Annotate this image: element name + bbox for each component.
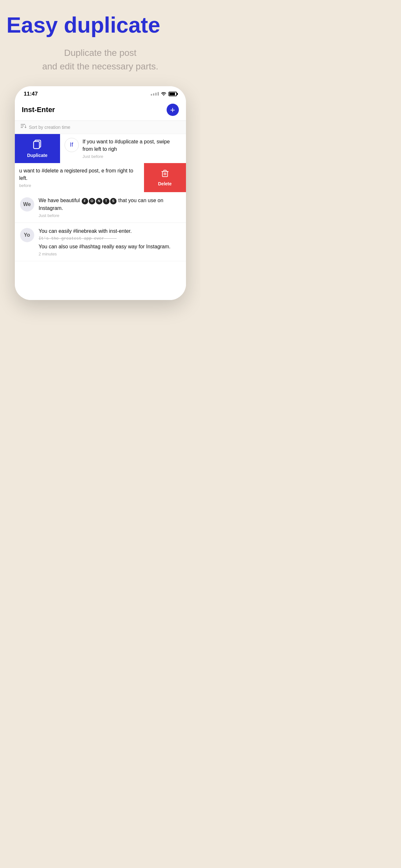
row-text: We have beautiful FONTS that you can use… xyxy=(39,197,181,218)
svg-rect-1 xyxy=(21,126,24,126)
post-text: You can easily #linebreak with inst-ente… xyxy=(39,227,181,235)
svg-rect-2 xyxy=(21,127,23,128)
row-text: u want to #delete a registered post, e f… xyxy=(19,167,140,188)
post-text-extra: You can also use #hashtag really easy wa… xyxy=(39,243,181,250)
sort-icon xyxy=(21,124,27,130)
status-icons xyxy=(151,91,177,97)
timestamp: before xyxy=(19,183,140,188)
font-letter-f: F xyxy=(82,198,88,205)
add-button[interactable]: + xyxy=(166,104,179,116)
font-letter-n: N xyxy=(96,198,102,205)
post-text: u want to #delete a registered post, e f… xyxy=(19,167,140,182)
app-title: Inst-Enter xyxy=(22,105,55,114)
app-header: Inst-Enter + xyxy=(15,100,186,121)
status-time: 11:47 xyxy=(24,91,38,97)
avatar: Yo xyxy=(20,228,34,242)
avatar: If xyxy=(65,138,79,152)
svg-rect-0 xyxy=(21,124,25,125)
list-item[interactable]: We We have beautiful FONTS that you can … xyxy=(15,192,186,223)
battery-icon xyxy=(168,92,177,96)
timestamp: Just before xyxy=(39,213,181,218)
svg-rect-4 xyxy=(34,142,39,149)
post-text: We have beautiful FONTS that you can use… xyxy=(39,197,181,212)
wifi-icon xyxy=(161,91,166,97)
avatar: We xyxy=(20,197,34,212)
list-item[interactable]: Duplicate If If you want to #duplicate a… xyxy=(15,134,186,163)
delete-action[interactable]: Delete xyxy=(144,163,186,192)
phone-mockup: 11:47 Inst-Enter + xyxy=(15,86,186,300)
signal-icon xyxy=(151,92,159,96)
list-item[interactable]: Yo You can easily #linebreak with inst-e… xyxy=(15,223,186,261)
row-text: You can easily #linebreak with inst-ente… xyxy=(39,227,181,256)
font-letter-o: O xyxy=(89,198,95,205)
status-bar: 11:47 xyxy=(15,86,186,100)
timestamp: 2 minutes xyxy=(39,252,181,256)
strikethrough-text: It's the greatest app ever————- xyxy=(39,236,181,241)
timestamp: Just before xyxy=(83,154,181,159)
page-subtitle: Duplicate the post and edit the necessar… xyxy=(6,46,194,73)
row-text: If you want to #duplicate a post, swipe … xyxy=(83,138,181,159)
duplicate-action[interactable]: Duplicate xyxy=(15,134,60,163)
sort-bar[interactable]: Sort by creation time xyxy=(15,121,186,134)
font-letter-s: S xyxy=(110,198,117,205)
page-headline: Easy duplicate xyxy=(6,13,194,37)
post-list: Duplicate If If you want to #duplicate a… xyxy=(15,134,186,300)
post-text: If you want to #duplicate a post, swipe … xyxy=(83,138,181,153)
delete-icon xyxy=(160,169,169,180)
duplicate-icon xyxy=(32,139,42,151)
list-item[interactable]: u want to #delete a registered post, e f… xyxy=(15,163,186,192)
sort-label: Sort by creation time xyxy=(29,125,70,130)
duplicate-label: Duplicate xyxy=(27,153,48,158)
font-letter-t: T xyxy=(103,198,110,205)
delete-label: Delete xyxy=(158,181,172,186)
